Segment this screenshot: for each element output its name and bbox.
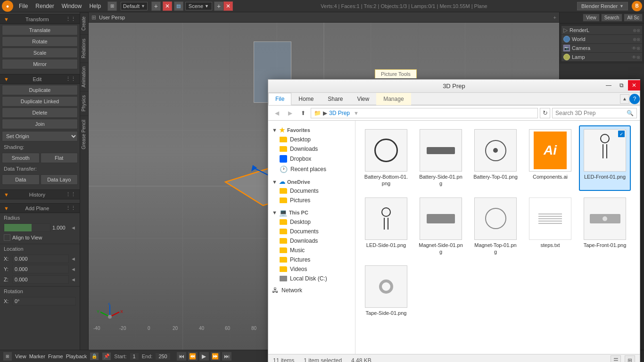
- y-arrow[interactable]: ◄: [71, 266, 76, 272]
- addr-dropdown-arrow[interactable]: ▼: [354, 110, 359, 116]
- set-origin-dropdown[interactable]: Set Origin: [2, 131, 78, 141]
- jump-start-btn[interactable]: ⏮: [176, 352, 187, 361]
- start-frame-input[interactable]: 1: [130, 353, 139, 360]
- z-input[interactable]: 0.000: [12, 275, 69, 284]
- viewport-plus-icon[interactable]: +: [553, 15, 556, 20]
- x-arrow[interactable]: ◄: [71, 256, 76, 262]
- radius-arrow[interactable]: ◄: [71, 225, 76, 230]
- jump-end-btn[interactable]: ⏭: [222, 352, 232, 361]
- search-button[interactable]: Search: [601, 14, 623, 22]
- timeline-icon[interactable]: ⊞: [3, 352, 12, 361]
- file-item-battery-side[interactable]: Battery-Side-01.png: [415, 125, 467, 191]
- smooth-button[interactable]: Smooth: [2, 153, 40, 163]
- data-button[interactable]: Data: [2, 174, 40, 185]
- timeline-frame[interactable]: Frame: [48, 354, 63, 359]
- tab-create[interactable]: Create: [80, 12, 88, 34]
- rx-input[interactable]: 0°: [12, 297, 76, 305]
- tab-physics[interactable]: Physics: [80, 91, 88, 115]
- history-header[interactable]: ▼ History ⋮⋮: [0, 189, 80, 199]
- tab-relations[interactable]: Relations: [80, 34, 88, 62]
- window-mode-selector[interactable]: Default▼: [121, 2, 148, 10]
- radius-slider[interactable]: [4, 223, 50, 232]
- menu-render[interactable]: Render: [32, 2, 58, 10]
- flat-button[interactable]: Flat: [41, 153, 78, 163]
- remove-scene-icon[interactable]: ✕: [223, 1, 233, 11]
- add-scene-icon[interactable]: +: [214, 1, 223, 11]
- sidebar-item-videos[interactable]: Videos: [268, 264, 355, 274]
- restore-btn[interactable]: ⧉: [615, 80, 627, 90]
- details-view-btn[interactable]: ☰: [611, 355, 621, 362]
- z-arrow[interactable]: ◄: [71, 277, 76, 282]
- sidebar-item-documents-od[interactable]: Documents: [268, 186, 355, 196]
- timeline-view[interactable]: View: [15, 354, 26, 359]
- menu-help[interactable]: Help: [85, 2, 105, 10]
- file-item-steps[interactable]: steps.txt: [524, 194, 576, 259]
- ribbon-tab-view[interactable]: View: [350, 93, 376, 105]
- play-btn[interactable]: ▶: [199, 352, 209, 361]
- refresh-btn[interactable]: ↻: [540, 108, 550, 118]
- rotate-button[interactable]: Rotate: [2, 36, 78, 47]
- render-engine-selector[interactable]: Blender Render ▼: [577, 2, 628, 10]
- timeline-marker[interactable]: Marker: [29, 354, 45, 359]
- join-button[interactable]: Join: [2, 119, 78, 129]
- all-sc-button[interactable]: All Sc: [624, 14, 643, 22]
- scale-button[interactable]: Scale: [2, 48, 78, 58]
- menu-window[interactable]: Window: [58, 2, 86, 10]
- sidebar-item-pictures-od[interactable]: Pictures: [268, 196, 355, 205]
- sidebar-item-downloads-pc[interactable]: Downloads: [268, 236, 355, 246]
- menu-file[interactable]: File: [15, 2, 32, 10]
- up-btn[interactable]: ⬆: [297, 107, 309, 119]
- view-button[interactable]: View: [583, 14, 600, 22]
- y-input[interactable]: 0.000: [12, 265, 69, 273]
- address-bar[interactable]: 📁 ▶ 3D Prep ▼: [311, 108, 538, 118]
- sidebar-item-desktop-fav[interactable]: Desktop: [268, 135, 355, 144]
- sidebar-item-network[interactable]: 🖧 Network: [268, 285, 355, 296]
- pin-icon[interactable]: 📌: [102, 352, 111, 361]
- screen-layout-icon[interactable]: ⊞: [107, 1, 117, 11]
- forward-btn[interactable]: ▶: [284, 107, 296, 119]
- ribbon-tab-share[interactable]: Share: [321, 93, 350, 105]
- back-btn[interactable]: ◀: [271, 107, 282, 119]
- sidebar-item-music[interactable]: Music: [268, 246, 355, 255]
- file-item-battery-top[interactable]: Battery-Top-01.png: [470, 125, 521, 191]
- viewport-icon[interactable]: ⊞: [91, 14, 96, 21]
- minimize-btn[interactable]: —: [603, 80, 615, 90]
- x-input[interactable]: 0.000: [12, 255, 69, 263]
- file-item-battery-bottom[interactable]: Battery-Bottom-01.png: [360, 125, 412, 191]
- sidebar-item-dropbox[interactable]: Dropbox: [268, 154, 355, 164]
- sidebar-item-local-disk[interactable]: Local Disk (C:): [268, 274, 355, 283]
- favorites-header[interactable]: ▼ ★ Favorites: [268, 124, 355, 135]
- large-icons-btn[interactable]: ⊞: [625, 355, 635, 362]
- close-layout-icon[interactable]: ✕: [163, 1, 172, 11]
- onedrive-header[interactable]: ▼ ☁ OneDrive: [268, 176, 355, 186]
- file-item-led-front[interactable]: ✓ LED-Front-01.png: [579, 125, 631, 191]
- end-frame-input[interactable]: 250: [155, 353, 170, 360]
- blender-logo[interactable]: ●: [2, 0, 13, 12]
- tab-grease-pencil[interactable]: Grease Pencil: [80, 115, 88, 153]
- sidebar-item-recent[interactable]: 🕐 Recent places: [268, 164, 355, 174]
- scene-selector[interactable]: Scene▼: [185, 2, 212, 10]
- ribbon-expand-btn[interactable]: ▲: [620, 94, 629, 104]
- thispc-header[interactable]: ▼ 💻 This PC: [268, 207, 355, 217]
- ribbon-tab-file[interactable]: File: [268, 93, 291, 105]
- search-input[interactable]: [555, 110, 627, 116]
- delete-button[interactable]: Delete: [2, 107, 78, 118]
- translate-button[interactable]: Translate: [2, 25, 78, 35]
- help-btn[interactable]: ?: [629, 94, 640, 104]
- align-to-view-checkbox[interactable]: [4, 234, 10, 241]
- prev-frame-btn[interactable]: ⏪: [188, 352, 198, 361]
- sidebar-item-pictures-pc[interactable]: Pictures: [268, 255, 355, 264]
- duplicate-button[interactable]: Duplicate: [2, 85, 78, 95]
- file-item-components-ai[interactable]: Ai Components.ai: [524, 125, 576, 191]
- sidebar-item-desktop-pc[interactable]: Desktop: [268, 217, 355, 227]
- close-btn[interactable]: ✕: [628, 80, 640, 90]
- tab-animation[interactable]: Animation: [80, 62, 88, 91]
- file-item-magnet-side[interactable]: Magnet-Side-01.png: [415, 194, 467, 259]
- sidebar-item-documents-pc[interactable]: Documents: [268, 227, 355, 236]
- next-frame-btn[interactable]: ⏩: [210, 352, 221, 361]
- timeline-playback[interactable]: Playback: [66, 354, 87, 359]
- file-item-led-side[interactable]: LED-Side-01.png: [360, 194, 412, 259]
- file-item-tape-front[interactable]: Tape-Front-01.png: [579, 194, 631, 259]
- file-item-magnet-top[interactable]: Magnet-Top-01.png: [470, 194, 521, 259]
- duplicate-linked-button[interactable]: Duplicate Linked: [2, 96, 78, 107]
